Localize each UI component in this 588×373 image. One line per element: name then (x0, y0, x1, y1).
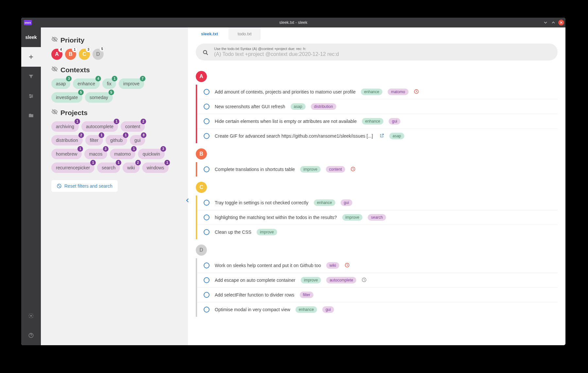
todo-item[interactable]: Optimise modal in very compact viewenhan… (197, 302, 558, 317)
todo-checkbox[interactable] (204, 200, 210, 206)
context-filter-investigate[interactable]: investigate5 (51, 92, 82, 103)
priority-filter-C[interactable]: C3 (79, 49, 90, 60)
todo-item[interactable]: Create GIF for advanced search https://g… (197, 129, 558, 143)
titlebar: sleek sleek.txt - sleek (21, 18, 565, 27)
project-filter-github[interactable]: github1 (106, 135, 127, 145)
context-tag[interactable]: improve (342, 214, 363, 221)
project-tag[interactable]: search (368, 214, 386, 221)
todo-item[interactable]: highlighting the matching text within th… (197, 210, 558, 225)
project-filter-matomo[interactable]: matomo1 (110, 149, 136, 159)
eye-off-icon[interactable] (51, 109, 58, 117)
reset-filters-button[interactable]: Reset filters and search (51, 180, 118, 192)
todo-checkbox[interactable] (204, 166, 210, 172)
collapse-sidebar-button[interactable] (185, 197, 191, 204)
project-tag[interactable]: content (326, 166, 345, 173)
context-tag[interactable]: improve (300, 166, 321, 173)
context-filter-asap[interactable]: asap3 (51, 78, 70, 89)
todo-checkbox[interactable] (204, 277, 210, 283)
todo-checkbox[interactable] (204, 307, 210, 313)
svg-point-1 (32, 96, 33, 97)
search-bar[interactable]: Use the todo.txt Syntax (A) @context +pr… (196, 43, 558, 60)
project-tag[interactable]: matomo (388, 89, 408, 95)
context-filter-improve[interactable]: improve7 (119, 78, 144, 89)
project-tag[interactable]: wiki (326, 262, 339, 269)
todo-text: Add escape on auto complete container (215, 278, 295, 283)
project-filter-wiki[interactable]: wiki2 (123, 162, 139, 173)
todo-checkbox[interactable] (204, 118, 210, 124)
context-tag[interactable]: enhance (362, 118, 383, 125)
project-filter-content[interactable]: content2 (121, 121, 145, 132)
todo-checkbox[interactable] (204, 133, 210, 139)
tab-todo-txt[interactable]: todo.txt (228, 27, 261, 40)
todo-item[interactable]: Tray toggle in settings is not checked c… (197, 195, 558, 210)
help-button[interactable] (21, 326, 41, 345)
maximize-button[interactable] (550, 20, 556, 25)
add-todo-button[interactable] (21, 47, 41, 67)
external-link-icon[interactable] (379, 133, 384, 139)
context-filter-fix[interactable]: fix1 (102, 78, 116, 89)
badge-count: 1 (99, 132, 104, 138)
project-filter-recurrencepicker[interactable]: recurrencepicker1 (51, 162, 94, 173)
project-filter-autocomplete[interactable]: autocomplete1 (81, 121, 118, 132)
project-tag[interactable]: autocomplete (326, 277, 356, 283)
todo-item[interactable]: New screenshots after GUI refreshasapdis… (197, 99, 558, 114)
project-filter-gui[interactable]: gui8 (130, 135, 145, 145)
project-filter-distribution[interactable]: distribution2 (51, 135, 83, 145)
project-tag[interactable]: gui (389, 118, 400, 125)
project-tag[interactable]: filter (300, 292, 314, 298)
context-tag[interactable]: enhance (295, 306, 317, 313)
project-filter-archiving[interactable]: archiving1 (51, 121, 79, 132)
todo-item[interactable]: Hide certain elements when list is empty… (197, 114, 558, 129)
todo-item[interactable]: Clean up the CSSimprove (197, 225, 558, 239)
files-button[interactable] (21, 106, 41, 126)
eye-off-icon[interactable] (51, 66, 58, 74)
todo-checkbox[interactable] (204, 104, 210, 110)
priority-filter-D[interactable]: D5 (92, 49, 104, 60)
context-tag[interactable]: enhance (314, 199, 335, 206)
todo-checkbox[interactable] (204, 229, 210, 235)
project-tag[interactable]: gui (322, 306, 334, 313)
context-filter-someday[interactable]: someday5 (85, 92, 113, 103)
priority-filter-B[interactable]: B1 (65, 49, 76, 60)
context-tag[interactable]: asap (389, 133, 404, 139)
minimize-button[interactable] (543, 20, 548, 25)
todo-checkbox[interactable] (204, 292, 210, 298)
todo-text: Complete translations in shortcuts table (215, 167, 295, 172)
todo-item[interactable]: Complete translations in shortcuts table… (197, 162, 558, 177)
context-tag[interactable]: improve (257, 229, 277, 235)
todo-item[interactable]: Work on sleeks help content and put it o… (197, 258, 558, 273)
due-icon (344, 263, 350, 269)
project-filter-windows[interactable]: windows1 (142, 162, 169, 173)
project-filter-quickwin[interactable]: quickwin3 (138, 149, 165, 159)
todo-checkbox[interactable] (204, 214, 210, 220)
todo-item[interactable]: Add escape on auto complete containerimp… (197, 273, 558, 288)
todo-text: Add selectFilter function to divider row… (215, 292, 294, 297)
project-tag[interactable]: distribution (311, 103, 336, 110)
todo-checkbox[interactable] (204, 89, 210, 95)
todo-checkbox[interactable] (204, 263, 210, 268)
tab-sleek-txt[interactable]: sleek.txt (192, 27, 227, 40)
badge-count: 1 (123, 132, 128, 138)
settings-button[interactable] (21, 306, 41, 326)
todo-item[interactable]: Add selectFilter function to divider row… (197, 288, 558, 302)
main-panel: sleek.txttodo.txt Use the todo.txt Synta… (188, 27, 565, 345)
project-filter-macos[interactable]: macos3 (84, 149, 107, 159)
project-filter-search[interactable]: search1 (97, 162, 120, 173)
view-settings-button[interactable] (21, 86, 41, 106)
badge-count: 3 (86, 47, 91, 52)
context-tag[interactable]: asap (291, 103, 306, 110)
project-tag[interactable]: gui (341, 199, 352, 206)
eye-off-icon[interactable] (51, 36, 58, 44)
project-filter-filter[interactable]: filter1 (85, 135, 103, 145)
context-tag[interactable]: improve (301, 277, 321, 283)
contexts-section-title: Contexts (51, 66, 177, 74)
project-filter-homebrew[interactable]: homebrew1 (51, 149, 82, 159)
context-tag[interactable]: enhance (361, 89, 382, 95)
todo-text: Create GIF for advanced search https://g… (215, 133, 373, 139)
todo-item[interactable]: Add amount of contexts, projects and pri… (197, 85, 558, 99)
search-placeholder: (A) Todo text +project @context due:2020… (214, 51, 550, 57)
priority-filter-A[interactable]: A4 (51, 49, 62, 60)
close-button[interactable] (558, 20, 564, 25)
context-filter-enhance[interactable]: enhance4 (73, 78, 100, 89)
filter-button[interactable] (21, 67, 41, 86)
